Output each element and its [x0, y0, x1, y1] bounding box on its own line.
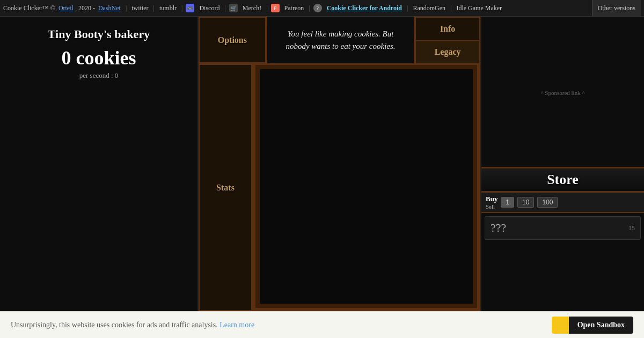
- buy-label: Buy: [486, 195, 497, 203]
- discord-link[interactable]: Discord: [197, 4, 221, 12]
- merch-link[interactable]: Merch!: [241, 4, 263, 12]
- question-icon: ?: [313, 4, 322, 12]
- main-content: Tiny Booty's bakery 0 cookies per second…: [0, 17, 644, 311]
- store-item[interactable]: ??? 15: [485, 216, 641, 240]
- bakery-name: Tiny Booty's bakery: [48, 27, 150, 41]
- cookie-bar-text: Unsurprisingly, this website uses cookie…: [11, 321, 552, 329]
- quantity-10-button[interactable]: 10: [517, 197, 534, 208]
- sep3: |: [181, 4, 182, 12]
- brand-text: Cookie Clicker™ © Orteil, 2020 - DashNet: [3, 4, 122, 12]
- store-header: Store: [481, 167, 644, 193]
- quantity-1-button[interactable]: 1: [501, 197, 514, 208]
- learn-more-link[interactable]: Learn more: [219, 321, 254, 329]
- tab-options[interactable]: Options: [199, 17, 266, 63]
- sponsored-link: ^ Sponsored link ^: [481, 17, 644, 167]
- tabs-row: Options You feel like making cookies. Bu…: [199, 17, 480, 65]
- tab-legacy[interactable]: Legacy: [415, 41, 480, 64]
- sep5: |: [266, 4, 267, 12]
- sep4: |: [224, 4, 225, 12]
- idle-game-maker-link[interactable]: Idle Game Maker: [455, 4, 503, 12]
- sep2: |: [153, 4, 155, 12]
- sandbox-label: Open Sandbox: [569, 317, 633, 334]
- open-sandbox-button[interactable]: Open Sandbox: [552, 317, 633, 334]
- orteil-link[interactable]: Orteil: [57, 4, 75, 12]
- game-message: You feel like making cookies. But nobody…: [266, 17, 415, 63]
- sell-label: Sell: [486, 203, 497, 210]
- patreon-icon: P: [271, 4, 280, 12]
- discord-icon: 🎮: [186, 4, 194, 12]
- sep7: |: [407, 4, 408, 12]
- info-legacy-area: Info Legacy: [415, 17, 480, 63]
- sep6: |: [309, 4, 310, 12]
- patreon-link[interactable]: Patreon: [283, 4, 306, 12]
- tab-info[interactable]: Info: [415, 17, 480, 41]
- twitter-link[interactable]: twitter: [130, 4, 150, 12]
- center-panel: Options You feel like making cookies. Bu…: [199, 17, 480, 311]
- cookie-count: 0 cookies: [62, 47, 136, 69]
- randomgen-link[interactable]: RandomGen: [411, 4, 447, 12]
- sep8: |: [450, 4, 451, 12]
- nav-links: Cookie Clicker™ © Orteil, 2020 - DashNet…: [3, 4, 592, 12]
- store-items: ??? 15: [481, 213, 644, 311]
- buy-sell-row: Buy Sell 1 10 100: [481, 193, 644, 213]
- store-item-count: 15: [628, 224, 635, 232]
- buy-sell-labels: Buy Sell: [486, 195, 497, 210]
- other-versions-button[interactable]: Other versions: [592, 0, 641, 17]
- sep1: |: [126, 4, 127, 12]
- cookie-message: Unsurprisingly, this website uses cookie…: [11, 321, 218, 329]
- quantity-100-button[interactable]: 100: [537, 197, 558, 208]
- top-navigation: Cookie Clicker™ © Orteil, 2020 - DashNet…: [0, 0, 644, 17]
- per-second: per second : 0: [79, 71, 119, 80]
- left-panel: Tiny Booty's bakery 0 cookies per second…: [0, 17, 199, 311]
- store-title: Store: [481, 172, 644, 188]
- sandbox-yellow-icon: [552, 317, 569, 334]
- merch-icon: 🛒: [229, 4, 238, 12]
- tab-stats[interactable]: Stats: [199, 65, 252, 311]
- cookie-consent-bar: Unsurprisingly, this website uses cookie…: [0, 311, 644, 338]
- game-frame: [252, 65, 480, 311]
- right-panel: ^ Sponsored link ^ Store Buy Sell 1 10 1…: [480, 17, 644, 311]
- store-item-icon: ???: [491, 221, 506, 235]
- android-link[interactable]: Cookie Clicker for Android: [325, 4, 404, 12]
- tumblr-link[interactable]: tumblr: [158, 4, 178, 12]
- dashnet-link[interactable]: DashNet: [97, 4, 122, 12]
